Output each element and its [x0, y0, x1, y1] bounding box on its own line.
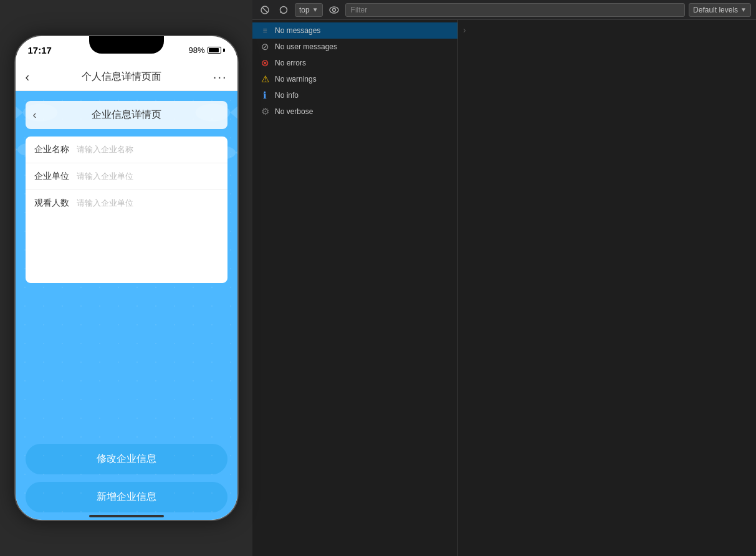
- modify-button[interactable]: 修改企业信息: [26, 444, 227, 474]
- console-message-no-user-messages[interactable]: ⊘No user messages: [252, 39, 457, 55]
- user-icon: ⊘: [260, 42, 270, 52]
- svg-point-12: [330, 7, 338, 13]
- form-label-company-unit: 企业单位: [34, 171, 69, 182]
- content-spacer: [26, 290, 227, 437]
- battery-fill: [209, 48, 219, 52]
- form-row-company-unit: 企业单位 请输入企业单位: [26, 163, 227, 190]
- console-message-text-no-messages: No messages: [275, 26, 320, 35]
- card-back-arrow[interactable]: ‹: [33, 108, 37, 122]
- status-bar: 17:17 98%: [16, 36, 237, 64]
- console-messages: ≡No messages⊘No user messages⊗No errors⚠…: [252, 20, 756, 556]
- context-select[interactable]: top ▼: [295, 3, 323, 17]
- warning-icon: ⚠: [260, 74, 270, 84]
- nav-back-button[interactable]: ‹: [26, 70, 30, 84]
- svg-marker-5: [16, 144, 17, 155]
- phone-frame: 17:17 98% ‹ 个人信息详情页面 ···: [14, 35, 239, 521]
- level-dropdown-icon: ▼: [740, 6, 747, 13]
- nav-dots-button[interactable]: ···: [213, 70, 227, 84]
- phone-nav: ‹ 个人信息详情页面 ···: [16, 64, 237, 91]
- status-right: 98%: [188, 46, 224, 55]
- filter-input[interactable]: [345, 3, 685, 17]
- console-message-text-no-user-messages: No user messages: [275, 42, 337, 51]
- chevron-right-icon: ›: [463, 25, 466, 35]
- svg-line-9: [262, 7, 268, 12]
- card-title: 企业信息详情页: [92, 108, 161, 122]
- notch: [89, 36, 164, 54]
- console-message-no-verbose[interactable]: ⚙No verbose: [252, 103, 457, 120]
- phone-content: ‹ 企业信息详情页 企业名称 请输入企业名称 企业单位 请输入企业单位 观看人数…: [16, 91, 237, 521]
- info-icon: ℹ: [260, 90, 270, 100]
- context-dropdown-icon: ▼: [312, 6, 318, 13]
- context-value: top: [299, 6, 310, 14]
- add-button[interactable]: 新增企业信息: [26, 482, 227, 512]
- devtools-toolbar: top ▼ Default levels ▼: [252, 0, 756, 20]
- level-select[interactable]: Default levels ▼: [689, 3, 751, 17]
- phone-panel: 17:17 98% ‹ 个人信息详情页面 ···: [0, 0, 252, 556]
- svg-marker-7: [236, 147, 237, 158]
- svg-point-13: [332, 8, 335, 11]
- console-message-no-messages[interactable]: ≡No messages: [252, 22, 457, 39]
- form-row-company-name: 企业名称 请输入企业名称: [26, 137, 227, 163]
- error-icon: ⊗: [260, 58, 270, 68]
- console-detail: ›: [458, 20, 756, 556]
- console-message-text-no-verbose: No verbose: [275, 107, 313, 116]
- verbose-icon: ⚙: [260, 107, 270, 117]
- console-message-text-no-errors: No errors: [275, 59, 306, 67]
- form-input-company-unit[interactable]: 请输入企业单位: [77, 171, 219, 182]
- form-input-company-name[interactable]: 请输入企业名称: [77, 144, 219, 155]
- devtools-panel: top ▼ Default levels ▼ ≡No messages⊘No u…: [252, 0, 756, 556]
- console-message-no-info[interactable]: ℹNo info: [252, 87, 457, 103]
- card-header: ‹ 企业信息详情页: [26, 101, 227, 129]
- messages-icon: ≡: [260, 26, 270, 36]
- messages-list: ≡No messages⊘No user messages⊗No errors⚠…: [252, 20, 458, 556]
- console-message-text-no-warnings: No warnings: [275, 75, 317, 84]
- ban-icon-button[interactable]: [257, 2, 272, 17]
- form-label-company-name: 企业名称: [34, 144, 69, 155]
- filter-icon-button[interactable]: [276, 2, 291, 17]
- level-value: Default levels: [693, 6, 738, 14]
- console-message-no-warnings[interactable]: ⚠No warnings: [252, 71, 457, 87]
- nav-title: 个人信息详情页面: [82, 70, 161, 84]
- status-time: 17:17: [28, 45, 52, 55]
- home-indicator: [89, 515, 164, 517]
- form-label-viewers: 观看人数: [34, 198, 69, 209]
- battery-icon: [208, 47, 225, 54]
- battery-body: [208, 47, 221, 54]
- svg-marker-3: [230, 107, 237, 119]
- console-message-text-no-info: No info: [275, 91, 299, 100]
- battery-tip: [223, 49, 225, 52]
- form-area: 企业名称 请输入企业名称 企业单位 请输入企业单位 观看人数 请输入企业单位: [26, 137, 227, 283]
- console-message-no-errors[interactable]: ⊗No errors: [252, 55, 457, 71]
- svg-marker-1: [16, 107, 23, 119]
- form-row-viewers: 观看人数 请输入企业单位: [26, 190, 227, 216]
- eye-button[interactable]: [327, 2, 342, 17]
- battery-percent: 98%: [188, 46, 204, 55]
- form-input-viewers[interactable]: 请输入企业单位: [77, 198, 219, 209]
